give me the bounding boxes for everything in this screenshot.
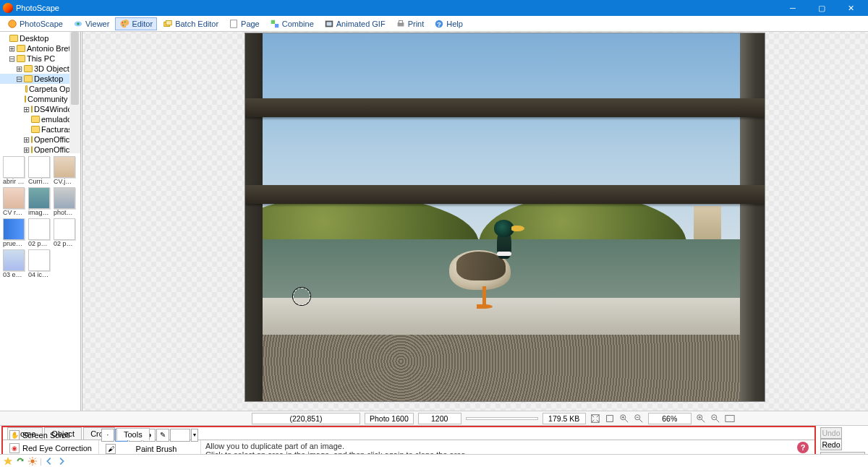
- status-photo-w: 1200: [418, 413, 461, 424]
- tab-page[interactable]: Page: [224, 17, 264, 30]
- panel-tabs: Home Object Crop Tools: [3, 427, 814, 440]
- red-eye-icon: ◉: [9, 443, 20, 453]
- prev-image-icon[interactable]: [44, 456, 54, 466]
- svg-rect-9: [231, 20, 237, 27]
- thumbnail[interactable]: prueba...: [3, 218, 25, 247]
- undo-button[interactable]: Undo: [820, 427, 842, 439]
- globe-icon: [7, 19, 17, 29]
- zoom-in-icon-2[interactable]: [696, 414, 706, 424]
- brush-pencil[interactable]: ✎: [156, 429, 169, 442]
- brush-icon: 🖌: [106, 444, 116, 454]
- app-title: PhotoScape: [16, 4, 59, 12]
- tab-editor[interactable]: Editor: [115, 17, 157, 30]
- thumbnail[interactable]: CV.jpeg: [54, 156, 75, 185]
- svg-point-6: [124, 21, 126, 22]
- svg-point-25: [30, 459, 34, 463]
- minimize-button[interactable]: ─: [778, 0, 807, 16]
- tree-item[interactable]: Community Ma: [0, 94, 80, 104]
- film-icon: [324, 19, 334, 29]
- duck-subject: [441, 221, 527, 308]
- status-photo-dim: Photo 1600: [365, 413, 414, 424]
- zoom-in-icon[interactable]: [619, 414, 629, 424]
- tree-scrollbar[interactable]: [69, 32, 80, 153]
- actual-size-icon[interactable]: [605, 414, 615, 424]
- thumbnail[interactable]: 04 icon...: [28, 249, 50, 278]
- brush-more[interactable]: ▾: [191, 429, 198, 442]
- tab-print[interactable]: Print: [391, 17, 429, 30]
- tree-item[interactable]: ⊞Antonio Bret: [0, 43, 80, 53]
- folder-tree[interactable]: Desktop⊞Antonio Bret⊟This PC⊞3D Objects⊟…: [0, 32, 80, 153]
- tab-photoscape[interactable]: PhotoScape: [3, 17, 67, 30]
- redo-button[interactable]: Redo: [820, 439, 842, 450]
- tree-item[interactable]: ⊞OpenOffice 4.: [0, 134, 80, 145]
- thumbnail[interactable]: abrir p...: [3, 156, 25, 185]
- hand-icon: ✋: [9, 430, 20, 440]
- next-image-icon[interactable]: [56, 456, 67, 466]
- tree-item[interactable]: Facturas: [0, 124, 80, 134]
- brush-size-1[interactable]: ·: [101, 429, 114, 442]
- svg-point-5: [123, 24, 124, 25]
- tab-help[interactable]: ?Help: [430, 17, 467, 30]
- module-toolbar: PhotoScape Viewer Editor Batch Editor Pa…: [0, 16, 868, 32]
- thumbnail[interactable]: 02 puls...: [28, 218, 50, 247]
- thumbnail[interactable]: photo ...: [54, 187, 75, 216]
- tab-batch-editor[interactable]: Batch Editor: [158, 17, 223, 30]
- thumbnail[interactable]: 03 exp...: [3, 249, 25, 278]
- panel-tab-tools[interactable]: Tools: [116, 428, 150, 440]
- tree-item[interactable]: Desktop: [0, 33, 80, 43]
- eye-icon: [73, 19, 83, 29]
- tree-item[interactable]: emulador: [0, 114, 80, 124]
- brush-color[interactable]: [170, 429, 190, 442]
- maximize-button[interactable]: ▢: [807, 0, 836, 16]
- status-filesize: 179.5 KB: [542, 413, 586, 424]
- fullscreen-icon[interactable]: [725, 414, 735, 424]
- status-coords: (220,851): [252, 413, 360, 424]
- svg-rect-24: [726, 415, 734, 421]
- tree-item[interactable]: ⊞3D Objects: [0, 64, 80, 74]
- tool-paint-brush[interactable]: 🖌Paint Brush: [101, 442, 198, 455]
- star-icon[interactable]: [3, 456, 13, 466]
- tree-item[interactable]: Carpeta Open: [0, 84, 80, 94]
- zoom-out-icon-2[interactable]: [710, 414, 720, 424]
- tree-item[interactable]: ⊟Desktop: [0, 74, 80, 84]
- tab-combine[interactable]: Combine: [265, 17, 318, 30]
- burst-icon[interactable]: [27, 456, 38, 466]
- thumbnail[interactable]: imagen...: [28, 187, 50, 216]
- svg-rect-10: [271, 20, 275, 23]
- tool-screen-scroll[interactable]: ✋Screen Scroll: [5, 429, 96, 442]
- close-button[interactable]: ✕: [836, 0, 865, 16]
- thumbnail-grid[interactable]: abrir p...Curricu...CV.jpegCV rec...imag…: [0, 153, 80, 411]
- svg-rect-8: [166, 20, 172, 25]
- status-zoom: 66%: [648, 413, 692, 424]
- svg-point-3: [77, 22, 80, 25]
- svg-rect-13: [326, 22, 331, 25]
- svg-rect-15: [399, 20, 402, 23]
- status-spacer: [466, 417, 538, 420]
- zoom-out-icon[interactable]: [634, 414, 644, 424]
- printer-icon: [396, 19, 406, 29]
- thumbnail[interactable]: CV rec...: [3, 187, 25, 216]
- combine-icon: [270, 19, 280, 29]
- tree-item[interactable]: ⊟This PC: [0, 53, 80, 64]
- thumbnail[interactable]: Curricu...: [28, 156, 50, 185]
- stack-icon: [163, 19, 173, 29]
- sidebar: Desktop⊞Antonio Bret⊟This PC⊞3D Objects⊟…: [0, 32, 82, 411]
- svg-rect-19: [606, 415, 613, 421]
- cycle-icon[interactable]: [15, 456, 25, 466]
- thumbnail[interactable]: 02 puls...: [54, 218, 75, 247]
- status-bar: (220,851) Photo 1600 1200 179.5 KB 66%: [0, 411, 868, 425]
- editor-image[interactable]: [245, 33, 765, 401]
- canvas-area[interactable]: [82, 32, 868, 411]
- tree-item[interactable]: ⊞OpenOffice 4.: [0, 145, 80, 153]
- tab-animated-gif[interactable]: Animated GIF: [320, 17, 390, 30]
- svg-text:?: ?: [437, 20, 441, 27]
- palette-icon: [119, 19, 129, 29]
- tree-item[interactable]: ⊞DS4Windows: [0, 104, 80, 114]
- tool-red-eye[interactable]: ◉Red Eye Correction: [5, 442, 96, 455]
- clone-brush-cursor: [293, 288, 310, 305]
- svg-rect-11: [275, 24, 278, 27]
- fit-screen-icon[interactable]: [590, 414, 600, 424]
- tab-viewer[interactable]: Viewer: [69, 17, 114, 30]
- panel-help-icon[interactable]: ?: [797, 442, 809, 453]
- app-icon: [3, 3, 13, 13]
